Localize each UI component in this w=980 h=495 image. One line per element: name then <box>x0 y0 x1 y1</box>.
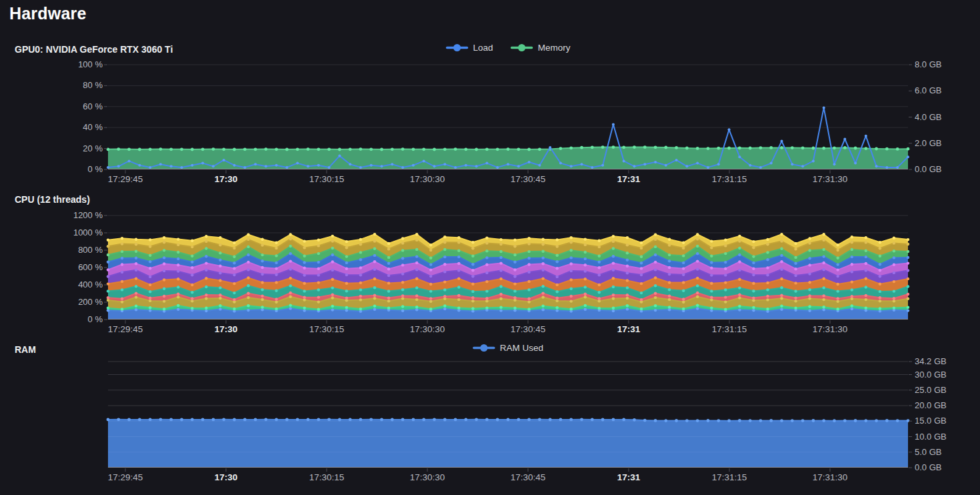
y-axis-label: 0 % <box>49 314 103 324</box>
ram-plot-area[interactable] <box>108 362 908 468</box>
x-axis-label: 17:31:15 <box>699 174 759 184</box>
legend-label: Load <box>473 43 493 53</box>
legend-marker-icon <box>511 43 533 52</box>
x-axis-label: 17:30 <box>196 472 256 482</box>
y-axis-label: 8.0 GB <box>915 59 941 69</box>
y-axis-label: 40 % <box>49 122 103 132</box>
x-axis-label: 17:31:30 <box>800 472 860 482</box>
y-axis-label: 60 % <box>49 101 103 111</box>
legend-label: RAM Used <box>500 343 543 353</box>
x-axis-label: 17:29:45 <box>95 174 155 184</box>
y-axis-label: 1200 % <box>49 210 103 220</box>
y-axis-label: 34.2 GB <box>915 356 947 366</box>
ram-chart-title: RAM <box>15 344 36 355</box>
legend-label: Memory <box>538 43 571 53</box>
legend-marker-icon <box>473 344 495 352</box>
gpu-legend: LoadMemory <box>446 43 571 53</box>
y-axis-label: 80 % <box>49 80 103 90</box>
x-axis-label: 17:30:30 <box>397 472 457 482</box>
x-axis-label: 17:30:15 <box>297 174 357 184</box>
gpu-chart-title: GPU0: NVIDIA GeForce RTX 3060 Ti <box>15 44 173 55</box>
legend-marker-icon <box>446 43 469 52</box>
legend-item-load[interactable]: Load <box>446 43 493 53</box>
x-axis-label: 17:31:15 <box>699 472 759 482</box>
x-axis-label: 17:30:30 <box>397 324 457 334</box>
y-axis-label: 20 % <box>49 143 103 153</box>
x-axis-label: 17:31:30 <box>800 324 860 334</box>
x-axis-label: 17:30 <box>196 324 256 334</box>
x-axis-label: 17:31 <box>599 174 659 184</box>
y-axis-label: 10.0 GB <box>915 432 947 442</box>
x-axis-label: 17:30:15 <box>297 472 357 482</box>
x-axis-label: 17:30:45 <box>498 174 558 184</box>
x-axis-label: 17:30:15 <box>297 324 357 334</box>
gpu-plot-area[interactable] <box>108 65 908 169</box>
legend-item-ram-used[interactable]: RAM Used <box>473 343 543 353</box>
x-axis-label: 17:30:30 <box>397 174 457 184</box>
y-axis-label: 4.0 GB <box>915 112 941 122</box>
y-axis-label: 800 % <box>49 245 103 255</box>
y-axis-label: 6.0 GB <box>915 85 941 95</box>
ram-legend: RAM Used <box>473 343 543 353</box>
y-axis-label: 25.0 GB <box>915 385 947 395</box>
x-axis-label: 17:30 <box>196 174 256 184</box>
page-title: Hardware <box>9 4 87 23</box>
y-axis-label: 5.0 GB <box>915 447 941 457</box>
y-axis-label: 20.0 GB <box>915 400 947 410</box>
x-axis-label: 17:30:45 <box>498 324 558 334</box>
x-axis-label: 17:30:45 <box>498 472 558 482</box>
y-axis-label: 100 % <box>49 59 103 69</box>
y-axis-label: 200 % <box>49 297 103 307</box>
cpu-chart-title: CPU (12 threads) <box>15 194 90 205</box>
x-axis-label: 17:31:15 <box>699 324 759 334</box>
x-axis-label: 17:31 <box>599 324 659 334</box>
y-axis-label: 15.0 GB <box>915 416 947 426</box>
cpu-plot-area[interactable] <box>108 215 908 320</box>
x-axis-label: 17:31 <box>599 472 659 482</box>
y-axis-label: 400 % <box>49 280 103 290</box>
y-axis-label: 30.0 GB <box>915 370 947 380</box>
y-axis-label: 0.0 GB <box>915 462 941 472</box>
y-axis-label: 1000 % <box>49 227 103 237</box>
y-axis-label: 0 % <box>49 164 103 174</box>
y-axis-label: 2.0 GB <box>915 138 941 148</box>
x-axis-label: 17:29:45 <box>95 472 155 482</box>
hardware-dashboard: Hardware GPU0: NVIDIA GeForce RTX 3060 T… <box>0 0 980 495</box>
y-axis-label: 0.0 GB <box>915 164 941 174</box>
legend-item-memory[interactable]: Memory <box>511 43 571 53</box>
x-axis-label: 17:31:30 <box>800 174 860 184</box>
y-axis-label: 600 % <box>49 262 103 272</box>
x-axis-label: 17:29:45 <box>95 324 155 334</box>
